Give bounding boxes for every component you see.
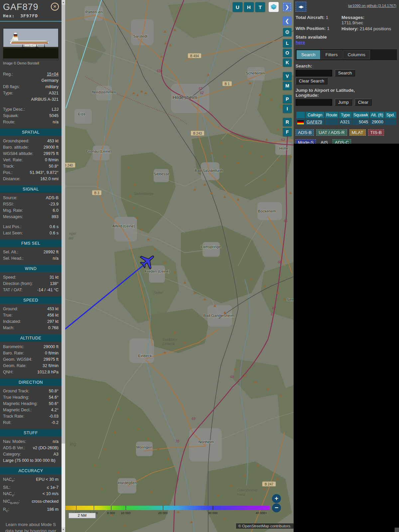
callsign-link[interactable]: GAF879 — [307, 120, 322, 124]
info-row: Sel. Alt.:28992 ft — [3, 249, 59, 255]
panel-toggle-icon[interactable]: ◀▶ — [296, 2, 306, 12]
aircraft-table[interactable]: CallsignRouteTypeSquawkAlt. (ft)Spd.GAF8… — [296, 111, 397, 126]
filter-badge-mode-s[interactable]: Mode-S — [296, 139, 316, 144]
data-value: n/a — [53, 439, 59, 445]
info-row: Baro. altitude:29000 ft — [3, 144, 59, 151]
data-value: -0.2 — [51, 420, 59, 426]
town-label: Einbeck — [138, 354, 152, 358]
filter-badge-ais[interactable]: AIS — [318, 139, 330, 144]
aircraft-photo[interactable] — [3, 28, 59, 60]
map-button-I[interactable]: I — [283, 105, 292, 113]
with-position: With Position: 1 — [296, 26, 341, 31]
filter-badge-ads-b[interactable]: ADS-B — [296, 129, 314, 136]
flag-germany-icon — [297, 120, 304, 124]
source-filter-badges: ADS-BUAT / ADS-RMLATTIS-B — [296, 129, 397, 136]
info-row: Sel. Head.:n/a — [3, 255, 59, 262]
filter-badge-tis-b[interactable]: TIS-B — [368, 129, 384, 136]
col-header-Callsign[interactable]: Callsign — [306, 112, 324, 118]
sidebar-scrollbar[interactable]: ▲ ▼ — [62, 0, 65, 532]
town-label: Sibbesse — [154, 172, 169, 176]
map-button-P[interactable]: P — [283, 95, 292, 103]
osm-link[interactable]: OpenStreetMap — [242, 524, 269, 528]
search-button[interactable]: Search — [335, 69, 355, 76]
resize-corner — [395, 528, 399, 532]
info-row: Ground Track:50.8° — [3, 388, 59, 394]
info-row: Direction (from):138° — [3, 281, 59, 287]
close-icon[interactable]: ✕ — [51, 3, 59, 11]
tab-filters[interactable]: Filters — [321, 50, 342, 59]
info-row: Ground:453 kt — [3, 306, 59, 312]
info-row: Last Seen:0.6 s — [3, 230, 59, 236]
selected-callsign: GAF879 — [3, 2, 59, 12]
registration-link[interactable]: 15+04 — [47, 71, 59, 77]
map-button-V[interactable]: V — [283, 72, 292, 80]
info-row: Reg.:15+04 — [3, 71, 59, 77]
town-label: Bockenem — [258, 209, 276, 213]
filter-badge-ads-c[interactable]: ADS-C — [332, 139, 351, 144]
col-header-flag[interactable] — [296, 112, 305, 118]
legend-tick-label: 30 000 — [208, 511, 217, 515]
zoom-out-button[interactable]: − — [272, 503, 281, 512]
zoom-in-button[interactable]: + — [272, 494, 281, 503]
filter-badge-uat-ads-r[interactable]: UAT / ADS-R — [316, 129, 347, 136]
col-header-Type[interactable]: Type — [339, 112, 352, 118]
col-header-Route[interactable]: Route — [325, 112, 338, 118]
map-button-L[interactable]: L — [283, 39, 292, 48]
section-header-speed: SPEED — [0, 297, 62, 304]
map-button-U[interactable]: U — [233, 2, 242, 12]
stats-here-link[interactable]: here — [296, 40, 305, 45]
tab-columns[interactable]: Columns — [343, 50, 370, 59]
map-button-H[interactable]: H — [244, 2, 254, 12]
collapse-sidebar-button[interactable]: ❮ — [283, 16, 292, 26]
map-button-K[interactable]: K — [283, 59, 292, 67]
data-value: 0.6 s — [50, 224, 59, 230]
gear-icon[interactable]: ⚙ — [283, 28, 292, 37]
section-header-fms-sel: FMS SEL — [0, 240, 62, 247]
col-header-Spd.[interactable]: Spd. — [385, 112, 396, 118]
data-value: 0 ft/min — [45, 350, 59, 356]
col-header-Alt. (ft)[interactable]: Alt. (ft) — [370, 112, 384, 118]
section-header-altitude: ALTITUDE — [0, 334, 62, 342]
data-value: v2 (DO-260B) — [33, 445, 59, 451]
search-input[interactable] — [296, 70, 332, 76]
info-row: Barometric:29000 ft — [3, 344, 59, 350]
table-row[interactable]: GAF879A321504529000 — [296, 119, 396, 125]
info-row: Mach:0.768 — [3, 325, 59, 331]
sidebar-scrollbar-thumb[interactable] — [62, 5, 65, 444]
map-button-T[interactable]: T — [255, 2, 265, 12]
info-row: Indicated:297 kt — [3, 319, 59, 325]
map-canvas[interactable]: PattensenSarstedtNordstemmenSchellertenH… — [65, 0, 294, 532]
col-header-Squawk[interactable]: Squawk — [352, 112, 369, 118]
data-value: L2J — [52, 106, 59, 113]
history-positions: History: 21484 positions — [341, 26, 397, 32]
km-marker: 67 — [271, 313, 275, 316]
map-button-F[interactable]: F — [283, 128, 292, 136]
scroll-down-icon[interactable]: ▼ — [62, 527, 65, 532]
jump-button[interactable]: Jump — [335, 99, 352, 106]
map-button-M[interactable]: M — [283, 82, 292, 90]
filter-badge-mlat[interactable]: MLAT — [349, 129, 366, 136]
scroll-up-icon[interactable]: ▲ — [62, 0, 65, 5]
info-row: NICBARO:cross-checked — [3, 498, 59, 506]
clear-search-button[interactable]: Clear Search — [296, 77, 328, 84]
github-link[interactable]: tar1090 on github (3.14.1767) — [348, 4, 396, 8]
map-button-O[interactable]: O — [283, 49, 292, 57]
info-row: Large (75 000 to 300 000 lb) — [3, 458, 59, 464]
info-row: Pos.:51.943°, 9.872° — [3, 170, 59, 176]
info-row: Groundspeed:453 kt — [3, 138, 59, 144]
data-value: 162.0 nmi — [40, 176, 59, 182]
data-value: 28992 ft — [44, 249, 59, 255]
data-value: ≤ 1e-7 — [47, 484, 59, 491]
layers-icon[interactable] — [269, 2, 279, 12]
tab-search[interactable]: Search — [297, 50, 320, 59]
clear-button[interactable]: Clear — [355, 99, 372, 106]
town-label: Holle — [279, 146, 288, 150]
info-row: Magnetic Decl.:4.2° — [3, 407, 59, 413]
info-row: Nav. Modes:n/a — [3, 439, 59, 445]
expand-sidebar-button[interactable]: ❯ — [283, 2, 292, 12]
town-label: Hildesheim — [173, 94, 197, 100]
data-value: 29000 ft — [44, 344, 59, 350]
jump-input[interactable] — [296, 99, 332, 106]
map-button-R[interactable]: R — [283, 118, 292, 126]
town-label: Bad Salzdetfurth — [195, 169, 223, 173]
